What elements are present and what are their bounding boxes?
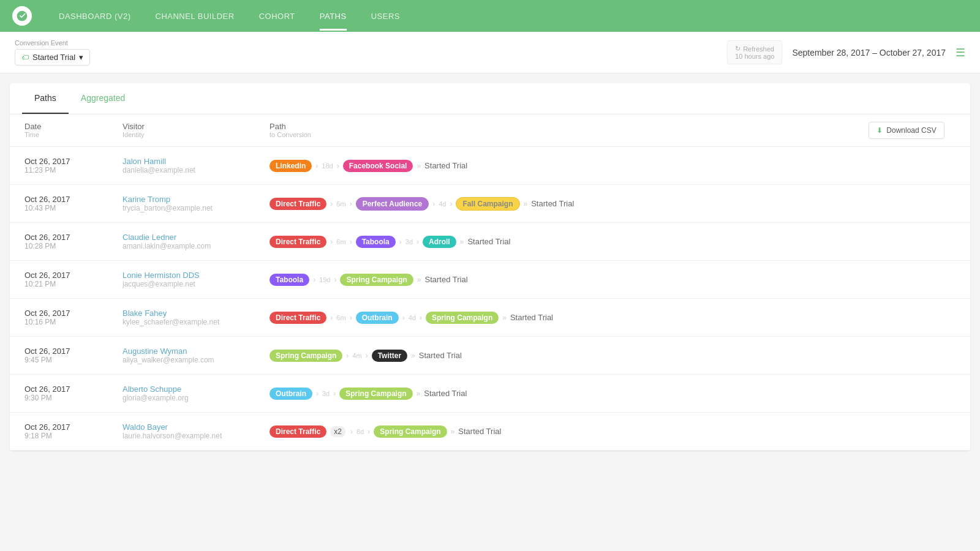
path-end: Started Trial (419, 351, 462, 360)
path-cell: Outbrain›3d›Spring Campaign»Started Tria… (270, 388, 956, 400)
channel-tag-perfect[interactable]: Perfect Audience (356, 197, 429, 211)
date-time: 10:43 PM (24, 204, 123, 212)
visitor-email: kylee_schaefer@example.net (123, 318, 270, 326)
visitor-cell: Karine Tromptrycia_barton@example.net (123, 195, 270, 212)
table-row: Oct 26, 201710:21 PMLonie Hermiston DDSj… (10, 261, 970, 299)
channel-tag-spring[interactable]: Spring Campaign (339, 388, 412, 400)
visitor-name[interactable]: Augustine Wyman (123, 347, 270, 356)
path-time: 19d (319, 276, 330, 283)
path-end: Started Trial (458, 427, 501, 436)
nav-item-cohort[interactable]: COHORT (247, 2, 307, 31)
table-row: Oct 26, 20179:45 PMAugustine Wymanaliya_… (10, 337, 970, 375)
path-separator: › (316, 389, 318, 398)
channel-tag-spring[interactable]: Spring Campaign (270, 350, 342, 362)
date-time: 9:30 PM (24, 394, 123, 402)
nav-item-dashboard--v--[interactable]: DASHBOARD (V2) (47, 2, 143, 31)
nav-item-users[interactable]: USERS (359, 2, 412, 31)
refresh-label: Refreshed (743, 45, 774, 53)
visitor-name[interactable]: Claudie Ledner (123, 233, 270, 242)
visitor-name[interactable]: Jalon Hamill (123, 157, 270, 166)
path-time: 6m (336, 314, 345, 321)
visitor-email: gloria@example.org (123, 394, 270, 402)
table-row: Oct 26, 201711:23 PMJalon Hamilldaniella… (10, 147, 970, 185)
conversion-btn-label: Started Trial (32, 53, 75, 62)
tab-aggregated[interactable]: Aggregated (69, 83, 137, 114)
path-time: 6m (336, 238, 345, 246)
tab-paths[interactable]: Paths (22, 83, 69, 114)
visitor-name[interactable]: Alberto Schuppe (123, 384, 270, 394)
visitor-email: aliya_walker@example.com (123, 356, 270, 364)
visitor-cell: Alberto Schuppegloria@example.org (123, 384, 270, 402)
channel-tag-linkedin[interactable]: Linkedin (270, 160, 312, 172)
channel-tag-spring[interactable]: Spring Campaign (340, 274, 413, 286)
channel-tag-direct[interactable]: Direct Traffic (270, 425, 326, 438)
channel-tag-outbrain[interactable]: Outbrain (270, 388, 312, 400)
nav-item-channel-builder[interactable]: CHANNEL BUILDER (143, 2, 247, 31)
path-cell: Direct Traffic›6m›Taboola›3d›Adroll»Star… (270, 236, 956, 248)
channel-tag-facebook[interactable]: Facebook Social (343, 160, 413, 172)
table-header: Date Time Visitor Identity Path to Conve… (10, 114, 970, 147)
path-separator: » (417, 162, 421, 170)
date-main: Oct 26, 2017 (24, 195, 123, 204)
path-separator: » (460, 238, 464, 246)
path-separator: › (330, 200, 333, 208)
col-date-title: Date (24, 122, 123, 131)
path-separator: » (524, 200, 528, 208)
tabs: PathsAggregated (10, 83, 970, 114)
path-end: Started Trial (425, 275, 468, 284)
download-btn-label: Download CSV (886, 126, 936, 135)
date-range: September 28, 2017 – October 27, 2017 (792, 48, 946, 58)
main-nav: DASHBOARD (V2)CHANNEL BUILDERCOHORTPATHS… (0, 0, 980, 32)
refresh-box: ↻ Refreshed 10 hours ago (727, 40, 782, 64)
visitor-cell: Blake Faheykylee_schaefer@example.net (123, 309, 270, 326)
download-csv-button[interactable]: ⬇ Download CSV (869, 122, 944, 139)
channel-tag-direct[interactable]: Direct Traffic (270, 312, 326, 324)
channel-tag-outbrain[interactable]: Outbrain (356, 312, 399, 324)
channel-tag-spring[interactable]: Spring Campaign (426, 312, 499, 324)
col-date: Date Time (24, 122, 123, 139)
path-separator: › (350, 313, 352, 322)
col-path-sub: to Conversion (270, 131, 858, 138)
visitor-name[interactable]: Karine Tromp (123, 195, 270, 204)
path-separator: › (450, 200, 452, 208)
path-separator: › (366, 351, 368, 360)
visitor-name[interactable]: Lonie Hermiston DDS (123, 271, 270, 280)
channel-tag-fall[interactable]: Fall Campaign (456, 197, 519, 211)
channel-tag-twitter[interactable]: Twitter (372, 350, 407, 362)
path-time: 3d (405, 238, 413, 246)
channel-tag-taboola[interactable]: Taboola (270, 274, 309, 286)
refresh-icon: ↻ (735, 45, 741, 53)
main-content: PathsAggregated Date Time Visitor Identi… (10, 83, 970, 451)
path-time: 18d (322, 162, 333, 170)
path-separator: » (417, 276, 421, 284)
path-end: Started Trial (467, 237, 510, 246)
date-cell: Oct 26, 201710:28 PM (24, 233, 123, 250)
menu-icon-button[interactable]: ☰ (956, 46, 965, 59)
date-main: Oct 26, 2017 (24, 347, 123, 356)
date-time: 10:16 PM (24, 318, 123, 326)
app-logo (12, 6, 32, 26)
path-time: 8d (356, 428, 364, 435)
path-separator: › (346, 351, 349, 360)
nav-item-paths[interactable]: PATHS (307, 2, 359, 31)
channel-tag-spring[interactable]: Spring Campaign (374, 425, 447, 438)
chevron-down-icon: ▾ (79, 53, 83, 62)
date-cell: Oct 26, 20179:18 PM (24, 422, 123, 440)
conversion-event-button[interactable]: 🏷 Started Trial ▾ (15, 49, 90, 66)
path-cell: Taboola›19d›Spring Campaign»Started Tria… (270, 274, 956, 286)
visitor-email: daniella@example.net (123, 166, 270, 174)
visitor-name[interactable]: Blake Fahey (123, 309, 270, 318)
date-cell: Oct 26, 20179:45 PM (24, 347, 123, 364)
download-col: ⬇ Download CSV (858, 122, 956, 139)
channel-tag-taboola[interactable]: Taboola (356, 236, 396, 248)
channel-tag-direct[interactable]: Direct Traffic (270, 236, 326, 248)
path-separator: › (368, 427, 370, 436)
visitor-name[interactable]: Waldo Bayer (123, 422, 270, 432)
col-date-sub: Time (24, 131, 123, 138)
visitor-cell: Claudie Ledneramani.lakin@example.com (123, 233, 270, 250)
channel-tag-direct[interactable]: Direct Traffic (270, 198, 326, 210)
table-row: Oct 26, 201710:43 PMKarine Tromptrycia_b… (10, 185, 970, 223)
table-rows: Oct 26, 201711:23 PMJalon Hamilldaniella… (10, 147, 970, 451)
channel-tag-adroll[interactable]: Adroll (423, 236, 456, 248)
conversion-label: Conversion Event (15, 39, 90, 47)
